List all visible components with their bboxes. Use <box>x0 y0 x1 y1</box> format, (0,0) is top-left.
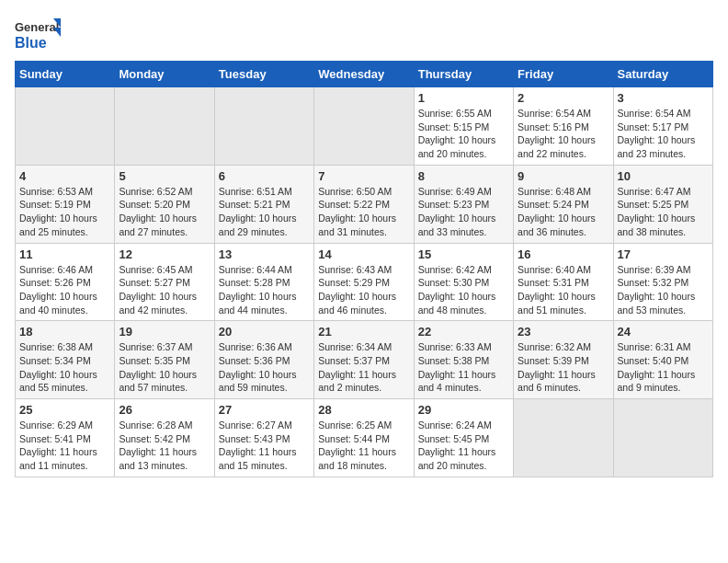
day-info: Sunrise: 6:54 AM Sunset: 5:17 PM Dayligh… <box>618 107 709 161</box>
day-info: Sunrise: 6:43 AM Sunset: 5:29 PM Dayligh… <box>318 263 409 317</box>
calendar-week-row: 18Sunrise: 6:38 AM Sunset: 5:34 PM Dayli… <box>16 321 713 399</box>
calendar-cell: 29Sunrise: 6:24 AM Sunset: 5:45 PM Dayli… <box>414 399 513 477</box>
svg-text:Blue: Blue <box>15 35 47 51</box>
day-info: Sunrise: 6:29 AM Sunset: 5:41 PM Dayligh… <box>19 419 110 473</box>
day-info: Sunrise: 6:25 AM Sunset: 5:44 PM Dayligh… <box>318 419 409 473</box>
day-number: 20 <box>219 325 310 339</box>
day-info: Sunrise: 6:47 AM Sunset: 5:25 PM Dayligh… <box>618 185 709 239</box>
calendar-cell: 13Sunrise: 6:44 AM Sunset: 5:28 PM Dayli… <box>214 243 313 321</box>
day-info: Sunrise: 6:40 AM Sunset: 5:31 PM Dayligh… <box>518 263 609 317</box>
svg-text:General: General <box>15 20 59 34</box>
calendar-cell: 19Sunrise: 6:37 AM Sunset: 5:35 PM Dayli… <box>115 321 214 399</box>
day-number: 15 <box>418 247 509 261</box>
calendar-cell: 2Sunrise: 6:54 AM Sunset: 5:16 PM Daylig… <box>514 87 613 166</box>
header-thursday: Thursday <box>414 62 513 87</box>
calendar-cell: 24Sunrise: 6:31 AM Sunset: 5:40 PM Dayli… <box>613 321 712 399</box>
day-number: 18 <box>19 325 110 339</box>
day-info: Sunrise: 6:55 AM Sunset: 5:15 PM Dayligh… <box>418 107 509 161</box>
calendar-cell: 27Sunrise: 6:27 AM Sunset: 5:43 PM Dayli… <box>214 399 313 477</box>
calendar-cell: 16Sunrise: 6:40 AM Sunset: 5:31 PM Dayli… <box>514 243 613 321</box>
calendar-week-row: 25Sunrise: 6:29 AM Sunset: 5:41 PM Dayli… <box>16 399 713 477</box>
day-number: 21 <box>318 325 409 339</box>
day-number: 13 <box>219 247 310 261</box>
day-number: 28 <box>318 403 409 417</box>
calendar-cell: 17Sunrise: 6:39 AM Sunset: 5:32 PM Dayli… <box>613 243 712 321</box>
day-info: Sunrise: 6:38 AM Sunset: 5:34 PM Dayligh… <box>19 340 110 395</box>
day-number: 17 <box>618 247 709 261</box>
calendar-cell: 28Sunrise: 6:25 AM Sunset: 5:44 PM Dayli… <box>314 399 414 477</box>
calendar-header-row: SundayMondayTuesdayWednesdayThursdayFrid… <box>16 62 713 87</box>
day-number: 7 <box>318 169 409 183</box>
calendar-cell: 10Sunrise: 6:47 AM Sunset: 5:25 PM Dayli… <box>613 165 712 243</box>
header-saturday: Saturday <box>613 62 712 87</box>
day-info: Sunrise: 6:48 AM Sunset: 5:24 PM Dayligh… <box>518 185 609 239</box>
day-info: Sunrise: 6:27 AM Sunset: 5:43 PM Dayligh… <box>219 419 310 473</box>
day-info: Sunrise: 6:49 AM Sunset: 5:23 PM Dayligh… <box>418 185 509 239</box>
calendar-week-row: 4Sunrise: 6:53 AM Sunset: 5:19 PM Daylig… <box>16 165 713 243</box>
calendar-cell <box>613 399 712 477</box>
day-info: Sunrise: 6:42 AM Sunset: 5:30 PM Dayligh… <box>418 263 509 317</box>
calendar-cell: 18Sunrise: 6:38 AM Sunset: 5:34 PM Dayli… <box>16 321 115 399</box>
calendar-cell: 26Sunrise: 6:28 AM Sunset: 5:42 PM Dayli… <box>115 399 214 477</box>
day-number: 23 <box>518 325 609 339</box>
calendar-cell <box>115 87 214 166</box>
calendar-cell: 7Sunrise: 6:50 AM Sunset: 5:22 PM Daylig… <box>314 165 414 243</box>
calendar-cell: 21Sunrise: 6:34 AM Sunset: 5:37 PM Dayli… <box>314 321 414 399</box>
day-number: 9 <box>518 169 609 183</box>
calendar-table: SundayMondayTuesdayWednesdayThursdayFrid… <box>15 61 713 477</box>
calendar-cell: 1Sunrise: 6:55 AM Sunset: 5:15 PM Daylig… <box>414 87 513 166</box>
calendar-cell: 3Sunrise: 6:54 AM Sunset: 5:17 PM Daylig… <box>613 87 712 166</box>
day-info: Sunrise: 6:28 AM Sunset: 5:42 PM Dayligh… <box>119 419 210 473</box>
header-sunday: Sunday <box>16 62 115 87</box>
day-number: 2 <box>518 91 609 105</box>
day-info: Sunrise: 6:46 AM Sunset: 5:26 PM Dayligh… <box>19 263 110 317</box>
header-friday: Friday <box>514 62 613 87</box>
day-info: Sunrise: 6:31 AM Sunset: 5:40 PM Dayligh… <box>618 340 709 395</box>
day-number: 16 <box>518 247 609 261</box>
day-number: 1 <box>418 91 509 105</box>
calendar-cell: 14Sunrise: 6:43 AM Sunset: 5:29 PM Dayli… <box>314 243 414 321</box>
day-number: 4 <box>19 169 110 183</box>
header-monday: Monday <box>115 62 214 87</box>
day-number: 19 <box>119 325 210 339</box>
day-info: Sunrise: 6:53 AM Sunset: 5:19 PM Dayligh… <box>19 185 110 239</box>
day-info: Sunrise: 6:36 AM Sunset: 5:36 PM Dayligh… <box>219 340 310 395</box>
day-number: 25 <box>19 403 110 417</box>
calendar-cell: 5Sunrise: 6:52 AM Sunset: 5:20 PM Daylig… <box>115 165 214 243</box>
logo-svg: GeneralBlue <box>15 15 61 53</box>
day-number: 14 <box>318 247 409 261</box>
day-number: 11 <box>19 247 110 261</box>
calendar-cell: 6Sunrise: 6:51 AM Sunset: 5:21 PM Daylig… <box>214 165 313 243</box>
calendar-cell: 15Sunrise: 6:42 AM Sunset: 5:30 PM Dayli… <box>414 243 513 321</box>
day-info: Sunrise: 6:45 AM Sunset: 5:27 PM Dayligh… <box>119 263 210 317</box>
calendar-cell: 22Sunrise: 6:33 AM Sunset: 5:38 PM Dayli… <box>414 321 513 399</box>
day-info: Sunrise: 6:34 AM Sunset: 5:37 PM Dayligh… <box>318 340 409 395</box>
day-number: 12 <box>119 247 210 261</box>
day-info: Sunrise: 6:37 AM Sunset: 5:35 PM Dayligh… <box>119 340 210 395</box>
day-info: Sunrise: 6:52 AM Sunset: 5:20 PM Dayligh… <box>119 185 210 239</box>
calendar-week-row: 1Sunrise: 6:55 AM Sunset: 5:15 PM Daylig… <box>16 87 713 166</box>
day-number: 10 <box>618 169 709 183</box>
day-info: Sunrise: 6:54 AM Sunset: 5:16 PM Dayligh… <box>518 107 609 161</box>
day-number: 8 <box>418 169 509 183</box>
day-number: 26 <box>119 403 210 417</box>
calendar-cell: 11Sunrise: 6:46 AM Sunset: 5:26 PM Dayli… <box>16 243 115 321</box>
calendar-cell: 4Sunrise: 6:53 AM Sunset: 5:19 PM Daylig… <box>16 165 115 243</box>
day-number: 3 <box>618 91 709 105</box>
calendar-week-row: 11Sunrise: 6:46 AM Sunset: 5:26 PM Dayli… <box>16 243 713 321</box>
day-info: Sunrise: 6:50 AM Sunset: 5:22 PM Dayligh… <box>318 185 409 239</box>
day-number: 6 <box>219 169 310 183</box>
day-number: 24 <box>618 325 709 339</box>
calendar-cell: 8Sunrise: 6:49 AM Sunset: 5:23 PM Daylig… <box>414 165 513 243</box>
page-header: GeneralBlue <box>15 15 713 53</box>
day-number: 29 <box>418 403 509 417</box>
calendar-cell <box>214 87 313 166</box>
header-wednesday: Wednesday <box>314 62 414 87</box>
day-info: Sunrise: 6:32 AM Sunset: 5:39 PM Dayligh… <box>518 340 609 395</box>
calendar-cell: 20Sunrise: 6:36 AM Sunset: 5:36 PM Dayli… <box>214 321 313 399</box>
day-number: 5 <box>119 169 210 183</box>
calendar-cell <box>514 399 613 477</box>
calendar-cell <box>314 87 414 166</box>
day-info: Sunrise: 6:51 AM Sunset: 5:21 PM Dayligh… <box>219 185 310 239</box>
day-info: Sunrise: 6:44 AM Sunset: 5:28 PM Dayligh… <box>219 263 310 317</box>
